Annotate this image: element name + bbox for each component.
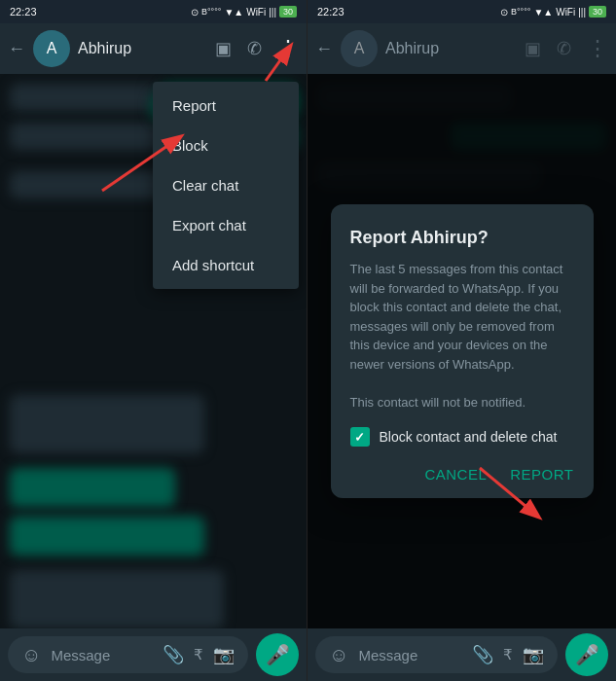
right-message-input-area: ☺ Message 📎 ₹ 📷 (315, 636, 558, 673)
dialog-title: Report Abhirup? (350, 228, 574, 248)
left-status-icons: ⊙ B°°°° ▼▲ WiFi ||| 30 (191, 6, 297, 18)
left-phone-panel: 22:23 ⊙ B°°°° ▼▲ WiFi ||| 30 ← A Abhirup… (0, 0, 308, 681)
left-bottom-bar: ☺ Message 📎 ₹ 📷 🎤 (0, 628, 307, 681)
right-chat-area: Report Abhirup? The last 5 messages from… (308, 74, 616, 628)
menu-item-block[interactable]: Block (153, 125, 299, 165)
right-time: 22:23 (317, 6, 344, 18)
left-chat-area: Report Block Clear chat Export chat Add … (0, 74, 307, 628)
right-bottom-bar: ☺ Message 📎 ₹ 📷 🎤 (308, 628, 616, 681)
right-phone-panel: 22:23 ⊙ B°°°° ▼▲ WiFi ||| 30 ← A Abhirup… (308, 0, 616, 681)
menu-item-clear-chat[interactable]: Clear chat (153, 165, 299, 205)
more-options-icon[interactable]: ⋮ (277, 36, 299, 61)
right-mic-icon: 🎤 (575, 643, 599, 666)
video-call-icon[interactable]: ▣ (215, 38, 232, 59)
left-header-icons: ▣ ✆ ⋮ (215, 36, 299, 61)
right-emoji-icon[interactable]: ☺ (329, 644, 348, 666)
dialog-overlay: Report Abhirup? The last 5 messages from… (308, 74, 616, 628)
report-arrow (470, 458, 558, 526)
right-video-call-icon[interactable]: ▣ (525, 38, 541, 59)
menu-item-export-chat[interactable]: Export chat (153, 205, 299, 245)
right-phone-call-icon[interactable]: ✆ (557, 38, 571, 59)
right-contact-name: Abhirup (385, 40, 517, 57)
report-dialog: Report Abhirup? The last 5 messages from… (331, 204, 594, 498)
checkbox-label: Block contact and delete chat (380, 429, 558, 445)
right-more-options-icon[interactable]: ⋮ (587, 36, 608, 61)
menu-item-add-shortcut[interactable]: Add shortcut (153, 245, 299, 285)
right-status-icons: ⊙ B°°°° ▼▲ WiFi ||| 30 (500, 6, 606, 18)
block-checkbox[interactable]: ✓ (350, 427, 370, 447)
left-chat-header: ← A Abhirup ▣ ✆ ⋮ (0, 23, 307, 74)
left-time: 22:23 (10, 6, 37, 18)
menu-item-report[interactable]: Report (153, 86, 299, 125)
back-button[interactable]: ← (8, 39, 25, 59)
emoji-icon[interactable]: ☺ (21, 644, 41, 666)
left-message-input-area: ☺ Message 📎 ₹ 📷 (8, 636, 248, 673)
phone-call-icon[interactable]: ✆ (247, 38, 262, 59)
dropdown-menu: Report Block Clear chat Export chat Add … (153, 82, 299, 289)
attach-icon[interactable]: 📎 (163, 644, 184, 665)
right-rupee-icon[interactable]: ₹ (503, 646, 513, 663)
right-camera-icon[interactable]: 📷 (523, 644, 544, 665)
right-chat-header: ← A Abhirup ▣ ✆ ⋮ (308, 23, 616, 74)
mic-icon: 🎤 (266, 643, 290, 666)
left-status-bar: 22:23 ⊙ B°°°° ▼▲ WiFi ||| 30 (0, 0, 307, 23)
rupee-icon[interactable]: ₹ (194, 646, 203, 663)
mic-button[interactable]: 🎤 (256, 633, 299, 676)
right-attach-icon[interactable]: 📎 (472, 644, 493, 665)
left-avatar: A (33, 30, 70, 67)
right-mic-button[interactable]: 🎤 (565, 633, 608, 676)
dialog-body: The last 5 messages from this contact wi… (350, 260, 574, 412)
right-avatar: A (341, 30, 378, 67)
right-message-placeholder[interactable]: Message (358, 647, 462, 663)
message-placeholder[interactable]: Message (51, 647, 153, 663)
checkbox-row: ✓ Block contact and delete chat (350, 427, 574, 447)
right-status-bar: 22:23 ⊙ B°°°° ▼▲ WiFi ||| 30 (308, 0, 616, 23)
check-icon: ✓ (354, 430, 365, 445)
camera-icon[interactable]: 📷 (213, 644, 235, 665)
right-back-button[interactable]: ← (315, 39, 333, 59)
left-contact-name: Abhirup (78, 40, 207, 57)
right-header-icons: ▣ ✆ ⋮ (525, 36, 608, 61)
